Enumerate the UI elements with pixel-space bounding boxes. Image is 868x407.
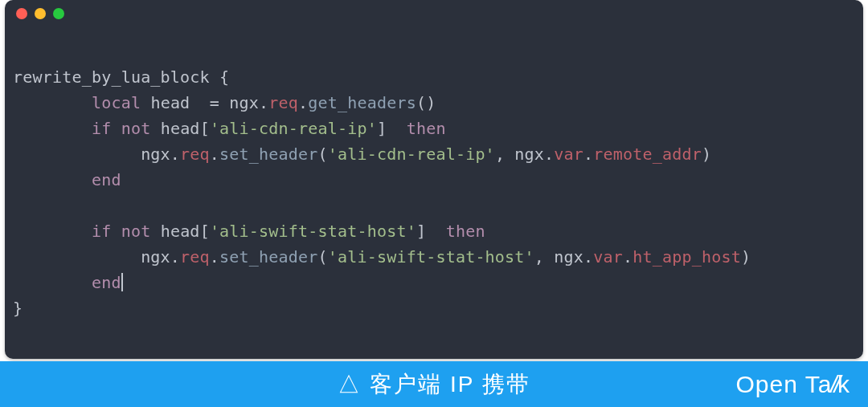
- code-token: (): [416, 93, 436, 112]
- brand-slash-icon: //: [830, 371, 837, 398]
- code-line: if not head['ali-swift-stat-host'] then: [13, 218, 855, 244]
- code-token: [13, 222, 92, 241]
- code-token: end: [92, 170, 121, 189]
- code-token: ): [702, 144, 711, 164]
- code-token: get_headers: [308, 93, 416, 112]
- code-token: (: [318, 247, 328, 267]
- code-token: var: [554, 144, 583, 164]
- code-token: ,: [534, 247, 554, 267]
- code-token: head: [141, 93, 210, 112]
- code-token: ,: [495, 144, 514, 164]
- caption-text: 客户端 IP 携带: [370, 372, 530, 397]
- code-token: then: [407, 119, 446, 138]
- close-icon[interactable]: [16, 8, 27, 19]
- code-token: remote_addr: [593, 144, 702, 164]
- code-token: ngx: [13, 247, 170, 267]
- code-token: 'ali-cdn-real-ip': [210, 119, 377, 138]
- code-editor[interactable]: rewrite_by_lua_block { local head = ngx.…: [5, 27, 863, 329]
- code-token: req: [268, 93, 298, 112]
- code-line: if not head['ali-cdn-real-ip'] then: [13, 116, 855, 141]
- code-token: .: [544, 144, 554, 164]
- brand-main: Open Ta: [735, 371, 832, 398]
- code-token: ]: [377, 119, 387, 138]
- code-token: [111, 119, 121, 138]
- code-token: .: [583, 144, 593, 164]
- code-token: 'ali-swift-stat-host': [328, 247, 534, 267]
- code-token: head: [150, 119, 199, 138]
- code-token: [111, 222, 121, 241]
- code-token: 'ali-swift-stat-host': [210, 222, 416, 241]
- code-token: .: [210, 247, 219, 267]
- code-token: [: [200, 222, 210, 241]
- code-line: end: [13, 167, 855, 193]
- code-token: ngx: [514, 144, 544, 164]
- code-token: .: [170, 144, 180, 164]
- code-line: [13, 193, 855, 218]
- code-token: then: [446, 222, 485, 241]
- text-cursor: [121, 273, 123, 291]
- code-token: not: [121, 222, 151, 241]
- code-token: req: [180, 144, 210, 164]
- code-token: req: [180, 247, 210, 267]
- code-token: ngx: [219, 93, 259, 112]
- code-token: [13, 93, 92, 112]
- code-token: local: [92, 93, 141, 112]
- code-token: ]: [416, 222, 426, 241]
- code-token: =: [210, 93, 219, 112]
- code-token: set_header: [219, 247, 317, 267]
- code-line: local head = ngx.req.get_headers(): [13, 90, 855, 116]
- caption-marker: △: [338, 372, 370, 397]
- code-token: (: [318, 144, 328, 164]
- code-token: .: [623, 247, 633, 267]
- code-token: .: [170, 247, 180, 267]
- code-token: [: [200, 119, 210, 138]
- code-token: not: [121, 119, 151, 138]
- code-token: {: [219, 67, 229, 87]
- zoom-icon[interactable]: [53, 8, 64, 19]
- brand-logo: Open Ta//k: [735, 361, 850, 407]
- code-token: ngx: [554, 247, 583, 267]
- code-line: }: [13, 295, 855, 321]
- code-line: end: [13, 270, 855, 295]
- code-token: 'ali-cdn-real-ip': [328, 144, 495, 164]
- code-token: [13, 196, 23, 215]
- code-token: [426, 222, 445, 241]
- code-token: var: [593, 247, 623, 267]
- code-token: [13, 119, 92, 138]
- code-line: ngx.req.set_header('ali-cdn-real-ip', ng…: [13, 141, 855, 167]
- code-token: }: [13, 299, 23, 318]
- slide-footer: △ 客户端 IP 携带 Open Ta//k: [0, 361, 868, 407]
- code-token: set_header: [219, 144, 317, 164]
- code-token: head: [150, 222, 199, 241]
- code-token: .: [583, 247, 593, 267]
- code-token: [387, 119, 406, 138]
- code-token: .: [259, 93, 268, 112]
- code-token: [13, 170, 92, 189]
- code-token: if: [92, 119, 111, 138]
- code-token: rewrite_by_lua_block: [13, 67, 219, 87]
- code-token: .: [210, 144, 219, 164]
- code-window: rewrite_by_lua_block { local head = ngx.…: [5, 0, 863, 359]
- code-token: end: [92, 273, 121, 292]
- brand-tail: k: [837, 371, 850, 398]
- code-token: ht_app_host: [633, 247, 741, 267]
- code-line: ngx.req.set_header('ali-swift-stat-host'…: [13, 244, 855, 270]
- window-titlebar: [5, 0, 863, 27]
- code-token: ngx: [13, 144, 170, 164]
- code-token: ): [741, 247, 751, 267]
- code-token: .: [298, 93, 308, 112]
- minimize-icon[interactable]: [35, 8, 46, 19]
- code-line: rewrite_by_lua_block {: [13, 64, 855, 90]
- code-token: if: [92, 222, 111, 241]
- code-token: [13, 273, 92, 292]
